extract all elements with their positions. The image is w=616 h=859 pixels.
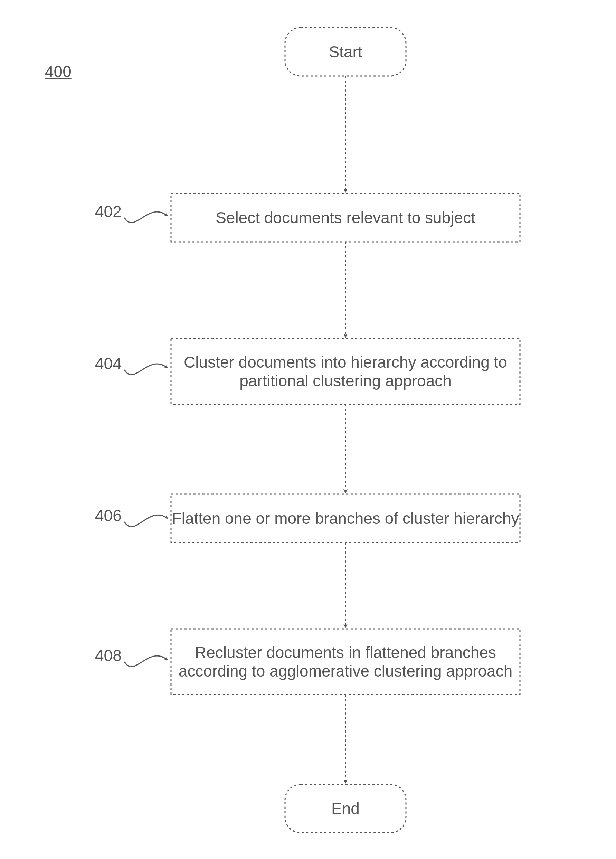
leadline-402 bbox=[125, 212, 168, 223]
step1-label: Select documents relevant to subject bbox=[215, 208, 476, 227]
start-label: Start bbox=[329, 42, 362, 61]
end-label: End bbox=[331, 799, 360, 818]
leadline-404 bbox=[125, 364, 168, 375]
step4-label: Recluster documents in flattened branche… bbox=[171, 643, 520, 680]
leadline-406 bbox=[125, 515, 168, 526]
step3-label: Flatten one or more branches of cluster … bbox=[172, 509, 519, 528]
flowchart-svg: Start Select documents relevant to subje… bbox=[0, 0, 616, 859]
step2-label: Cluster documents into hierarchy accordi… bbox=[171, 353, 520, 390]
leadline-408 bbox=[125, 656, 168, 667]
